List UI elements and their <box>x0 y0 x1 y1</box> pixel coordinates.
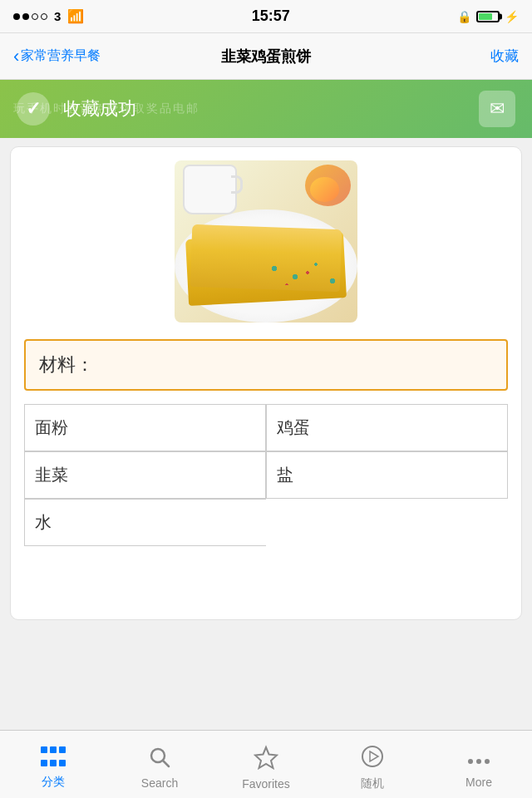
nav-bar: ‹ 家常营养早餐 韭菜鸡蛋煎饼 收藏 <box>0 33 532 80</box>
tab-more[interactable]: More <box>426 731 532 798</box>
svg-point-0 <box>151 749 165 762</box>
search-icon <box>148 746 171 775</box>
tab-more-label: More <box>466 776 492 789</box>
mail-icon: ✉ <box>479 91 515 127</box>
success-text: 收藏成功 <box>63 96 136 121</box>
food-image <box>175 160 357 323</box>
checkmark-icon: ✓ <box>26 98 41 120</box>
tab-category[interactable]: 分类 <box>0 731 106 798</box>
food-image-container <box>24 160 508 323</box>
tab-search[interactable]: Search <box>106 731 213 798</box>
back-chevron-icon: ‹ <box>13 46 19 67</box>
svg-marker-2 <box>255 747 277 768</box>
status-right: 🔒 ⚡ <box>457 10 519 23</box>
charging-icon: ⚡ <box>505 10 519 23</box>
dot1 <box>13 13 20 20</box>
cup-handle <box>231 175 243 194</box>
recipe-content: 材料： 面粉 鸡蛋 韭菜 盐 水 <box>10 146 522 620</box>
tab-favorites-label: Favorites <box>242 777 290 791</box>
carrier-number: 3 <box>54 9 61 23</box>
more-icon <box>466 747 491 774</box>
dot4 <box>41 13 47 20</box>
grid-icon <box>41 746 66 771</box>
lock-icon: 🔒 <box>457 10 471 23</box>
random-icon <box>360 744 385 775</box>
battery-fill <box>479 13 493 20</box>
wifi-icon: 📶 <box>67 8 84 24</box>
svg-point-7 <box>485 759 490 764</box>
fruits2 <box>310 177 339 202</box>
svg-point-5 <box>468 759 473 764</box>
tab-random-label: 随机 <box>361 776 384 791</box>
check-circle: ✓ <box>17 92 50 126</box>
status-left: 3 📶 <box>13 8 84 24</box>
battery-icon <box>476 11 500 22</box>
success-banner: 玩手机时登记免费领取奖品电邮 ✓ 收藏成功 ✉ <box>0 80 532 138</box>
tab-search-label: Search <box>141 776 178 790</box>
ingredient-cell-chive: 韭菜 <box>24 451 266 499</box>
svg-marker-4 <box>370 751 378 761</box>
food-image-inner <box>175 160 357 323</box>
ingredients-grid: 面粉 鸡蛋 韭菜 盐 水 <box>24 404 508 546</box>
ingredients-header: 材料： <box>24 339 508 391</box>
back-category-label: 家常营养早餐 <box>21 47 101 65</box>
page-title: 韭菜鸡蛋煎饼 <box>221 47 311 66</box>
svg-line-1 <box>164 761 170 767</box>
ingredient-cell-flour: 面粉 <box>24 404 266 451</box>
ingredient-cell-water: 水 <box>24 499 266 546</box>
ingredient-cell-salt: 盐 <box>266 451 508 499</box>
signal-dots <box>13 13 47 20</box>
dot3 <box>32 13 38 20</box>
cup <box>183 165 237 214</box>
tab-bar: 分类 Search Favorites 随机 <box>0 730 532 798</box>
status-bar: 3 📶 15:57 🔒 ⚡ <box>0 0 532 33</box>
tab-random[interactable]: 随机 <box>319 731 426 798</box>
dot2 <box>22 13 29 20</box>
favorite-button[interactable]: 收藏 <box>490 47 519 66</box>
status-time: 15:57 <box>252 7 290 25</box>
tab-favorites[interactable]: Favorites <box>213 731 319 798</box>
tab-category-label: 分类 <box>42 775 65 790</box>
star-icon <box>254 745 278 776</box>
ingredient-cell-egg: 鸡蛋 <box>266 404 508 451</box>
svg-point-6 <box>476 759 481 764</box>
green-specks <box>193 227 339 285</box>
back-button[interactable]: ‹ 家常营养早餐 <box>13 46 101 67</box>
